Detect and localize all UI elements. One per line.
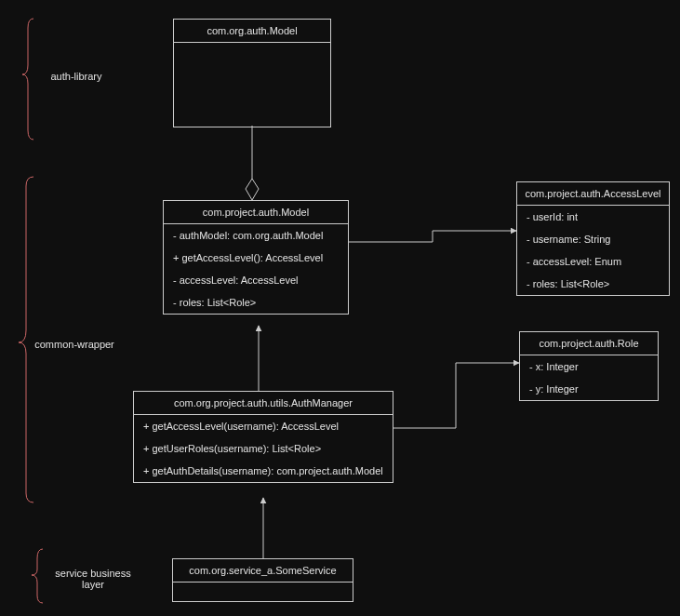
- class-body-empty: [173, 583, 353, 601]
- class-project-auth-model: com.project.auth.Model - authModel: com.…: [163, 200, 349, 315]
- layer-label-service-business: service business layer: [47, 568, 140, 590]
- layer-label-auth-library: auth-library: [39, 71, 113, 82]
- class-some-service: com.org.service_a.SomeService: [172, 558, 353, 602]
- class-auth-manager: com.org.project.auth.utils.AuthManager +…: [133, 391, 393, 483]
- class-attr: - userId: int: [517, 206, 669, 228]
- class-attr: - accessLevel: Enum: [517, 250, 669, 273]
- class-role: com.project.auth.Role - x: Integer - y: …: [519, 331, 659, 401]
- layer-label-common-wrapper: common-wrapper: [28, 339, 121, 350]
- class-attr: - x: Integer: [520, 355, 658, 378]
- class-title: com.org.auth.Model: [174, 20, 330, 43]
- svg-marker-1: [246, 179, 259, 200]
- class-attr: - accessLevel: AccessLevel: [164, 269, 348, 291]
- class-org-auth-model: com.org.auth.Model: [173, 19, 331, 127]
- class-attr: - y: Integer: [520, 378, 658, 400]
- class-method: + getAccessLevel(): AccessLevel: [164, 247, 348, 269]
- class-title: com.project.auth.AccessLevel: [517, 182, 669, 206]
- class-body-empty: [174, 43, 330, 127]
- class-title: com.project.auth.Model: [164, 201, 348, 224]
- class-method: + getAccessLevel(username): AccessLevel: [134, 415, 393, 437]
- class-attr: - roles: List<Role>: [164, 291, 348, 314]
- class-title: com.org.service_a.SomeService: [173, 559, 353, 583]
- class-access-level: com.project.auth.AccessLevel - userId: i…: [516, 181, 670, 296]
- class-method: + getUserRoles(username): List<Role>: [134, 437, 393, 460]
- class-title: com.project.auth.Role: [520, 332, 658, 355]
- class-attr: - roles: List<Role>: [517, 273, 669, 295]
- class-attr: - authModel: com.org.auth.Model: [164, 224, 348, 247]
- class-title: com.org.project.auth.utils.AuthManager: [134, 392, 393, 415]
- class-attr: - username: String: [517, 228, 669, 250]
- class-method: + getAuthDetails(username): com.project.…: [134, 460, 393, 482]
